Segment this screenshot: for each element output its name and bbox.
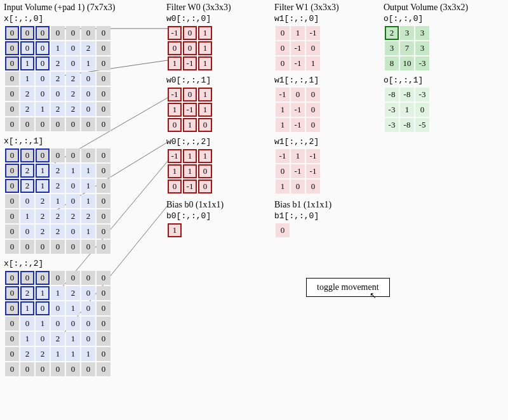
- w1-slice-label: w1[:,:,0]: [274, 14, 370, 23]
- w1-heading: Filter W1 (3x3x3): [274, 3, 370, 13]
- toggle-movement-button[interactable]: toggle movement: [306, 278, 390, 297]
- input-slice-label: x[:,:,1]: [4, 136, 156, 146]
- w0-slice-label: w0[:,:,2]: [166, 137, 262, 147]
- w0-matrix-1: -1011-11010: [166, 86, 213, 133]
- output-slice-label: o[:,:,1]: [384, 75, 485, 85]
- w1-matrix-2: -11-10-1-1100: [274, 148, 321, 195]
- w1-matrix-0: 01-10-100-11: [274, 25, 321, 72]
- w0-matrix-2: -1111100-10: [166, 148, 213, 195]
- w1-slice-label: w1[:,:,2]: [274, 137, 370, 147]
- input-matrix-2: 0000000021120001001000010000010210002211…: [4, 270, 112, 377]
- output-matrix-1: -8-8-3-310-3-8-5: [384, 86, 431, 133]
- bias-b1-value: 0: [274, 222, 291, 239]
- input-matrix-0: 0000000000102001020100102200020020002122…: [4, 25, 112, 133]
- input-slice-label: x[:,:,2]: [4, 259, 156, 268]
- filter-w0-column: Filter W0 (3x3x3) w0[:,:,0]-1010011-11w0…: [166, 3, 262, 242]
- w0-slice-label: w0[:,:,1]: [166, 75, 262, 85]
- bias-b0-label: b0[:,:,0]: [166, 211, 262, 221]
- w1-matrix-1: -1001-101-10: [274, 86, 321, 133]
- filter-w1-column: Filter W1 (3x3x3) w1[:,:,0]01-10-100-11w…: [274, 3, 370, 242]
- w0-matrix-0: -1010011-11: [166, 25, 213, 72]
- bias-b0-heading: Bias b0 (1x1x1): [166, 200, 262, 210]
- output-volume-column: Output Volume (3x3x2) o[:,:,0]233373810-…: [384, 3, 485, 137]
- input-slice-label: x[:,:,0]: [4, 14, 156, 23]
- output-heading: Output Volume (3x3x2): [384, 3, 485, 13]
- input-matrix-1: 0000000021211002120100021010012222000220…: [4, 147, 112, 255]
- w1-slice-label: w1[:,:,1]: [274, 75, 370, 85]
- w0-heading: Filter W0 (3x3x3): [166, 3, 262, 13]
- w0-slice-label: w0[:,:,0]: [166, 14, 262, 23]
- input-heading: Input Volume (+pad 1) (7x7x3): [4, 3, 156, 13]
- output-matrix-0: 233373810-3: [384, 25, 431, 72]
- output-slice-label: o[:,:,0]: [384, 14, 485, 23]
- bias-b0-value: 1: [166, 222, 183, 239]
- bias-b1-heading: Bias b1 (1x1x1): [274, 200, 370, 210]
- input-volume-column: Input Volume (+pad 1) (7x7x3) x[:,:,0]00…: [4, 3, 156, 381]
- bias-b1-label: b1[:,:,0]: [274, 211, 370, 221]
